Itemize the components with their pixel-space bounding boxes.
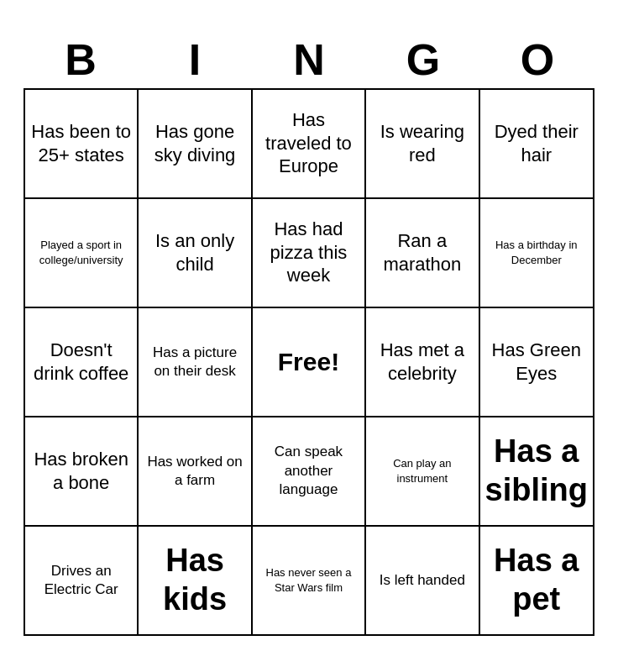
bingo-cell-22[interactable]: Has never seen a Star Wars film [253, 527, 366, 636]
bingo-cell-15[interactable]: Has broken a bone [25, 417, 139, 527]
bingo-cell-23[interactable]: Is left handed [366, 527, 479, 636]
bingo-cell-2[interactable]: Has traveled to Europe [253, 90, 366, 199]
letter-n: N [254, 36, 364, 84]
bingo-grid: Has been to 25+ statesHas gone sky divin… [24, 88, 594, 636]
letter-o: O [483, 36, 592, 84]
bingo-cell-6[interactable]: Is an only child [139, 199, 252, 308]
letter-i: I [140, 36, 249, 84]
bingo-cell-4[interactable]: Dyed their hair [480, 90, 594, 199]
letter-g: G [369, 36, 478, 84]
bingo-header: B I N G O [24, 36, 594, 84]
bingo-cell-8[interactable]: Ran a marathon [366, 199, 479, 308]
bingo-cell-7[interactable]: Has had pizza this week [253, 199, 366, 308]
bingo-cell-9[interactable]: Has a birthday in December [480, 199, 594, 308]
bingo-cell-24[interactable]: Has a pet [480, 527, 594, 636]
bingo-cell-3[interactable]: Is wearing red [366, 90, 479, 199]
bingo-cell-1[interactable]: Has gone sky diving [139, 90, 252, 199]
bingo-cell-17[interactable]: Can speak another language [253, 417, 366, 527]
bingo-cell-0[interactable]: Has been to 25+ states [25, 90, 139, 199]
bingo-cell-13[interactable]: Has met a celebrity [366, 308, 479, 417]
bingo-cell-21[interactable]: Has kids [139, 527, 252, 636]
bingo-cell-16[interactable]: Has worked on a farm [139, 417, 252, 527]
bingo-cell-18[interactable]: Can play an instrument [366, 417, 479, 527]
bingo-cell-5[interactable]: Played a sport in college/university [25, 199, 139, 308]
bingo-cell-11[interactable]: Has a picture on their desk [139, 308, 252, 417]
bingo-cell-20[interactable]: Drives an Electric Car [25, 527, 139, 636]
letter-b: B [26, 36, 135, 84]
bingo-cell-19[interactable]: Has a sibling [480, 417, 594, 527]
bingo-cell-10[interactable]: Doesn't drink coffee [25, 308, 139, 417]
bingo-cell-12[interactable]: Free! [253, 308, 366, 417]
bingo-cell-14[interactable]: Has Green Eyes [480, 308, 594, 417]
bingo-card: B I N G O Has been to 25+ statesHas gone… [15, 28, 603, 643]
